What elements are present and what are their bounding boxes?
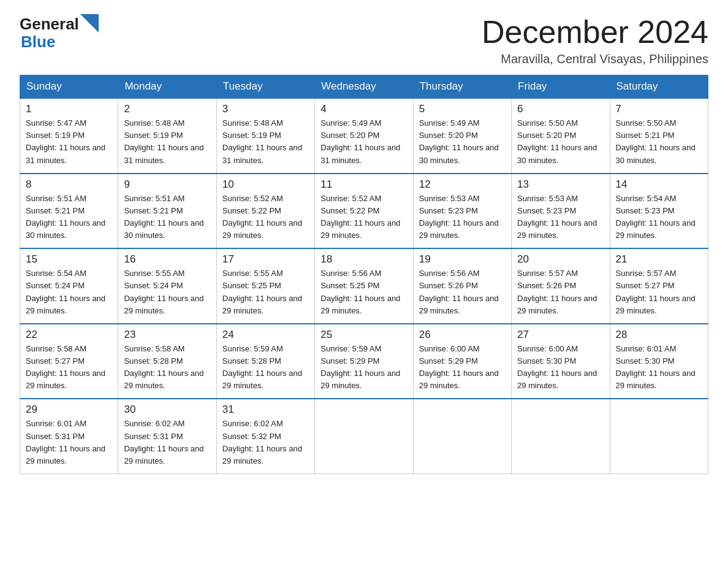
day-info: Sunrise: 5:56 AMSunset: 5:26 PMDaylight:… [419,267,506,317]
day-info: Sunrise: 6:00 AMSunset: 5:30 PMDaylight:… [517,343,604,393]
day-number: 8 [26,178,112,191]
weekday-header-monday: Monday [118,75,216,99]
day-info: Sunrise: 6:01 AMSunset: 5:31 PMDaylight:… [26,418,112,467]
day-number: 6 [517,103,604,115]
calendar-cell: 26Sunrise: 6:00 AMSunset: 5:29 PMDayligh… [413,324,511,399]
day-number: 28 [616,329,702,341]
calendar-cell: 3Sunrise: 5:48 AMSunset: 5:19 PMDaylight… [216,98,314,174]
day-info: Sunrise: 5:55 AMSunset: 5:25 PMDaylight:… [222,267,309,317]
day-number: 22 [26,329,112,341]
weekday-header-thursday: Thursday [413,75,511,99]
day-number: 20 [517,253,604,266]
calendar-cell: 25Sunrise: 5:59 AMSunset: 5:29 PMDayligh… [315,324,413,399]
day-info: Sunrise: 5:53 AMSunset: 5:23 PMDaylight:… [517,193,604,242]
calendar-cell: 18Sunrise: 5:56 AMSunset: 5:25 PMDayligh… [315,248,413,324]
day-info: Sunrise: 5:57 AMSunset: 5:26 PMDaylight:… [517,267,604,317]
week-row-4: 22Sunrise: 5:58 AMSunset: 5:27 PMDayligh… [20,324,708,399]
day-number: 19 [419,253,506,266]
calendar-cell: 19Sunrise: 5:56 AMSunset: 5:26 PMDayligh… [413,248,511,324]
day-info: Sunrise: 6:02 AMSunset: 5:32 PMDaylight:… [222,418,309,467]
logo-icon [80,14,99,33]
day-number: 13 [517,178,604,191]
calendar-cell: 28Sunrise: 6:01 AMSunset: 5:30 PMDayligh… [610,324,708,399]
calendar-cell [413,399,511,473]
calendar-cell: 29Sunrise: 6:01 AMSunset: 5:31 PMDayligh… [20,399,118,473]
calendar-cell [512,399,610,473]
calendar-cell: 11Sunrise: 5:52 AMSunset: 5:22 PMDayligh… [315,174,413,249]
day-number: 2 [124,103,210,115]
calendar-cell: 16Sunrise: 5:55 AMSunset: 5:24 PMDayligh… [118,248,216,324]
calendar-cell: 12Sunrise: 5:53 AMSunset: 5:23 PMDayligh… [413,174,511,249]
day-info: Sunrise: 5:56 AMSunset: 5:25 PMDaylight:… [320,267,407,317]
day-number: 17 [222,253,309,266]
day-number: 3 [222,103,309,115]
day-info: Sunrise: 5:53 AMSunset: 5:23 PMDaylight:… [419,193,506,242]
day-number: 4 [320,103,407,115]
day-info: Sunrise: 5:57 AMSunset: 5:27 PMDaylight:… [616,267,702,317]
svg-marker-0 [80,14,99,33]
calendar-cell: 5Sunrise: 5:49 AMSunset: 5:20 PMDaylight… [413,98,511,174]
day-number: 1 [26,103,112,115]
calendar-cell: 8Sunrise: 5:51 AMSunset: 5:21 PMDaylight… [20,174,118,249]
calendar-cell: 13Sunrise: 5:53 AMSunset: 5:23 PMDayligh… [512,174,610,249]
day-number: 25 [320,329,407,341]
week-row-2: 8Sunrise: 5:51 AMSunset: 5:21 PMDaylight… [20,174,708,249]
day-number: 9 [124,178,210,191]
day-number: 12 [419,178,506,191]
calendar-cell: 20Sunrise: 5:57 AMSunset: 5:26 PMDayligh… [512,248,610,324]
day-info: Sunrise: 6:02 AMSunset: 5:31 PMDaylight:… [124,418,210,467]
week-row-5: 29Sunrise: 6:01 AMSunset: 5:31 PMDayligh… [20,399,708,473]
day-info: Sunrise: 5:58 AMSunset: 5:27 PMDaylight:… [26,343,112,393]
day-info: Sunrise: 6:01 AMSunset: 5:30 PMDaylight:… [616,343,702,393]
day-number: 5 [419,103,506,115]
day-info: Sunrise: 5:52 AMSunset: 5:22 PMDaylight:… [222,193,309,242]
weekday-header-tuesday: Tuesday [216,75,314,99]
day-number: 10 [222,178,309,191]
weekday-header-friday: Friday [512,75,610,99]
day-number: 7 [616,103,702,115]
day-info: Sunrise: 5:55 AMSunset: 5:24 PMDaylight:… [124,267,210,317]
calendar-cell: 14Sunrise: 5:54 AMSunset: 5:23 PMDayligh… [610,174,708,249]
calendar-cell: 7Sunrise: 5:50 AMSunset: 5:21 PMDaylight… [610,98,708,174]
day-number: 14 [616,178,702,191]
calendar-cell [610,399,708,473]
day-info: Sunrise: 5:50 AMSunset: 5:21 PMDaylight:… [616,117,702,167]
day-number: 11 [320,178,407,191]
day-info: Sunrise: 5:48 AMSunset: 5:19 PMDaylight:… [124,117,210,167]
logo-blue: Blue [21,34,55,50]
day-info: Sunrise: 5:52 AMSunset: 5:22 PMDaylight:… [320,193,407,242]
day-info: Sunrise: 5:49 AMSunset: 5:20 PMDaylight:… [320,117,407,167]
day-number: 16 [124,253,210,266]
calendar-cell: 4Sunrise: 5:49 AMSunset: 5:20 PMDaylight… [315,98,413,174]
day-number: 18 [320,253,407,266]
week-row-3: 15Sunrise: 5:54 AMSunset: 5:24 PMDayligh… [20,248,708,324]
logo-general: General [20,15,79,34]
calendar-table: SundayMondayTuesdayWednesdayThursdayFrid… [20,75,708,474]
day-info: Sunrise: 6:00 AMSunset: 5:29 PMDaylight:… [419,343,506,393]
day-number: 30 [124,404,210,416]
calendar-cell: 2Sunrise: 5:48 AMSunset: 5:19 PMDaylight… [118,98,216,174]
day-info: Sunrise: 5:51 AMSunset: 5:21 PMDaylight:… [26,193,112,242]
calendar-cell: 21Sunrise: 5:57 AMSunset: 5:27 PMDayligh… [610,248,708,324]
calendar-cell: 30Sunrise: 6:02 AMSunset: 5:31 PMDayligh… [118,399,216,473]
calendar-cell [315,399,413,473]
calendar-cell: 1Sunrise: 5:47 AMSunset: 5:19 PMDaylight… [20,98,118,174]
calendar-cell: 27Sunrise: 6:00 AMSunset: 5:30 PMDayligh… [512,324,610,399]
weekday-header-sunday: Sunday [20,75,118,99]
logo: General Blue [20,15,99,50]
title-block: December 2024 Maravilla, Central Visayas… [482,15,708,66]
day-info: Sunrise: 5:48 AMSunset: 5:19 PMDaylight:… [222,117,309,167]
day-info: Sunrise: 5:51 AMSunset: 5:21 PMDaylight:… [124,193,210,242]
day-number: 26 [419,329,506,341]
day-number: 23 [124,329,210,341]
day-info: Sunrise: 5:50 AMSunset: 5:20 PMDaylight:… [517,117,604,167]
calendar-cell: 22Sunrise: 5:58 AMSunset: 5:27 PMDayligh… [20,324,118,399]
day-number: 15 [26,253,112,266]
calendar-cell: 15Sunrise: 5:54 AMSunset: 5:24 PMDayligh… [20,248,118,324]
calendar-cell: 17Sunrise: 5:55 AMSunset: 5:25 PMDayligh… [216,248,314,324]
day-number: 24 [222,329,309,341]
weekday-header-saturday: Saturday [610,75,708,99]
calendar-cell: 10Sunrise: 5:52 AMSunset: 5:22 PMDayligh… [216,174,314,249]
weekday-header-row: SundayMondayTuesdayWednesdayThursdayFrid… [20,75,708,99]
day-info: Sunrise: 5:54 AMSunset: 5:24 PMDaylight:… [26,267,112,317]
